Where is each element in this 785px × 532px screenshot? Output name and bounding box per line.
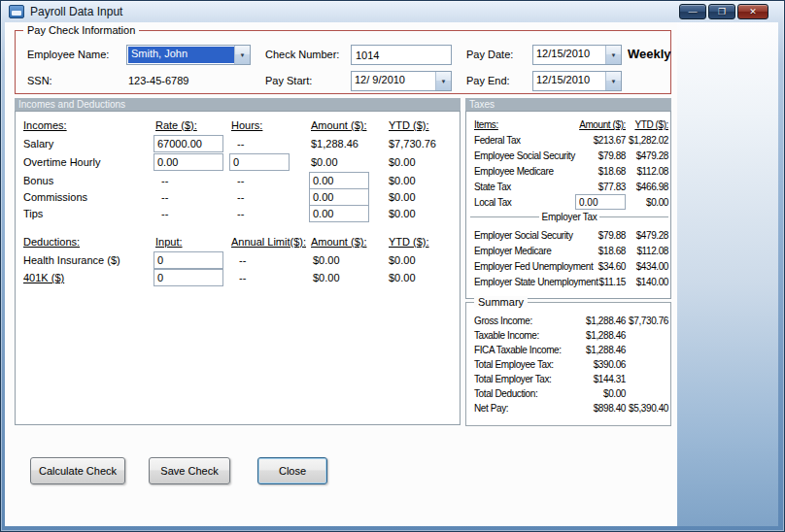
tax-row-ytd: $140.00 (608, 277, 668, 287)
close-button[interactable]: ✕ (737, 4, 768, 19)
incomes-deductions-panel: Incomes: Rate ($): Hours: Amount ($): YT… (15, 111, 461, 425)
deduction-row-label-401k: 401K ($) (23, 272, 64, 283)
dropdown-arrow-icon[interactable]: ▼ (234, 46, 250, 64)
paycheck-info-group: Pay Check Information Employee Name: Smi… (15, 30, 671, 94)
tax-row-name: Employer Medicare (474, 246, 551, 256)
commissions-hours: -- (237, 191, 244, 203)
employee-name-label: Employee Name: (27, 49, 109, 60)
calculate-check-label: Calculate Check (39, 465, 117, 477)
window-title: Payroll Data Input (30, 5, 122, 18)
salary-rate-input[interactable] (154, 135, 223, 152)
tax-row-ytd: $112.08 (608, 246, 668, 256)
tax-row-name: Employee Medicare (474, 166, 554, 177)
ded-amount-header: Amount ($): (311, 236, 366, 248)
bonus-hours: -- (237, 175, 244, 186)
tax-row-ytd: $479.28 (608, 150, 668, 161)
summary-row-name: Total Employee Tax: (474, 359, 554, 370)
annual-limit-header: Annual Limit($): (231, 236, 306, 248)
rate-header: Rate ($): (155, 119, 197, 131)
caption-buttons: — ❐ ✕ (679, 4, 768, 19)
input-header: Input: (155, 236, 183, 248)
bonus-rate: -- (161, 175, 168, 186)
maximize-button[interactable]: ❐ (708, 4, 735, 19)
summary-row-amount: $144.31 (560, 374, 626, 384)
overtime-amount: $0.00 (311, 156, 338, 168)
salary-ytd: $7,730.76 (389, 138, 436, 150)
maximize-icon: ❐ (718, 8, 726, 17)
divider-line (599, 216, 668, 217)
form-content: Pay Check Information Employee Name: Smi… (5, 22, 677, 526)
pay-start-value: 12/ 9/2010 (352, 72, 435, 90)
bonus-ytd: $0.00 (389, 175, 416, 186)
ssn-label: SSN: (27, 75, 52, 86)
tax-row-ytd: $434.00 (608, 261, 668, 272)
tips-rate: -- (161, 208, 168, 219)
commissions-rate: -- (161, 191, 168, 203)
health-insurance-amount: $0.00 (313, 254, 340, 266)
overtime-rate-input[interactable] (154, 153, 223, 171)
pay-start-label: Pay Start: (265, 75, 312, 86)
k401-ytd: $0.00 (389, 272, 416, 283)
pay-end-value: 12/15/2010 (533, 72, 605, 90)
pay-end-label: Pay End: (466, 75, 510, 86)
income-row-label: Commissions (23, 191, 87, 203)
tips-amount-input[interactable] (309, 205, 369, 222)
employer-tax-divider: Employer Tax (470, 211, 668, 222)
summary-row-ytd: $5,390.40 (608, 403, 668, 414)
summary-group-label: Summary (474, 296, 528, 308)
tax-row-ytd: $1,282.02 (608, 135, 668, 146)
payroll-window: Payroll Data Input — ❐ ✕ Pay Check Infor… (0, 0, 785, 532)
tax-row-name: State Tax (474, 182, 511, 192)
calculate-check-button[interactable]: Calculate Check (30, 457, 125, 484)
employee-name-combobox[interactable]: Smith, John ▼ (126, 45, 251, 65)
k401-input[interactable] (154, 269, 223, 286)
tax-row-ytd: $112.08 (608, 166, 668, 177)
save-check-button[interactable]: Save Check (149, 457, 230, 484)
dropdown-arrow-icon[interactable]: ▼ (605, 72, 621, 90)
check-number-input[interactable] (351, 45, 452, 65)
titlebar[interactable]: Payroll Data Input — ❐ ✕ (1, 1, 784, 22)
items-header: Items: (474, 119, 498, 130)
overtime-hours-input[interactable] (229, 153, 290, 171)
tips-hours: -- (237, 208, 244, 219)
summary-row-amount: $1,288.46 (560, 330, 626, 341)
ssn-value: 123-45-6789 (128, 75, 188, 86)
summary-row-name: Total Deduction: (474, 388, 537, 399)
summary-row-ytd: $7,730.76 (608, 316, 668, 326)
pay-start-picker[interactable]: 12/ 9/2010 ▼ (351, 71, 452, 91)
bonus-amount-input[interactable] (309, 172, 369, 189)
minimize-button[interactable]: — (679, 4, 706, 19)
tax-ytd-header: YTD ($): (608, 119, 668, 130)
pay-date-picker[interactable]: 12/15/2010 ▼ (532, 45, 622, 65)
commissions-amount-input[interactable] (309, 188, 369, 206)
dropdown-arrow-icon[interactable]: ▼ (435, 72, 451, 90)
employee-name-value: Smith, John (128, 47, 234, 63)
tax-row-ytd: $0.00 (608, 197, 668, 208)
summary-row-name: FICA Taxable Income: (474, 345, 562, 355)
save-check-label: Save Check (160, 465, 218, 477)
income-row-label: Tips (23, 208, 43, 219)
deduction-row-label: Health Insurance ($) (23, 254, 120, 266)
k401-amount: $0.00 (313, 272, 340, 283)
salary-hours: -- (237, 138, 244, 150)
summary-row-name: Taxable Income: (474, 330, 539, 341)
pay-date-value: 12/15/2010 (533, 46, 605, 64)
summary-group: Summary Gross Income: $1,288.46 $7,730.7… (465, 302, 671, 426)
summary-row-name: Total Employer Tax: (474, 374, 551, 384)
close-icon: ✕ (749, 8, 757, 17)
employer-tax-section-label: Employer Tax (542, 212, 597, 222)
app-icon (9, 5, 24, 18)
health-insurance-input[interactable] (154, 251, 223, 269)
dropdown-arrow-icon[interactable]: ▼ (605, 46, 621, 64)
close-action-button[interactable]: Close (257, 457, 327, 484)
summary-row-amount: $390.06 (560, 359, 626, 370)
commissions-ytd: $0.00 (389, 191, 416, 203)
pay-frequency-label: Weekly (628, 47, 671, 61)
minimize-icon: — (689, 8, 698, 17)
pay-end-picker[interactable]: 12/15/2010 ▼ (532, 71, 622, 91)
amount-header: Amount ($): (311, 119, 366, 131)
summary-row-name: Gross Income: (474, 316, 532, 326)
summary-row-name: Net Pay: (474, 403, 508, 414)
tax-row-ytd: $466.98 (608, 182, 668, 192)
pay-date-label: Pay Date: (466, 49, 513, 60)
